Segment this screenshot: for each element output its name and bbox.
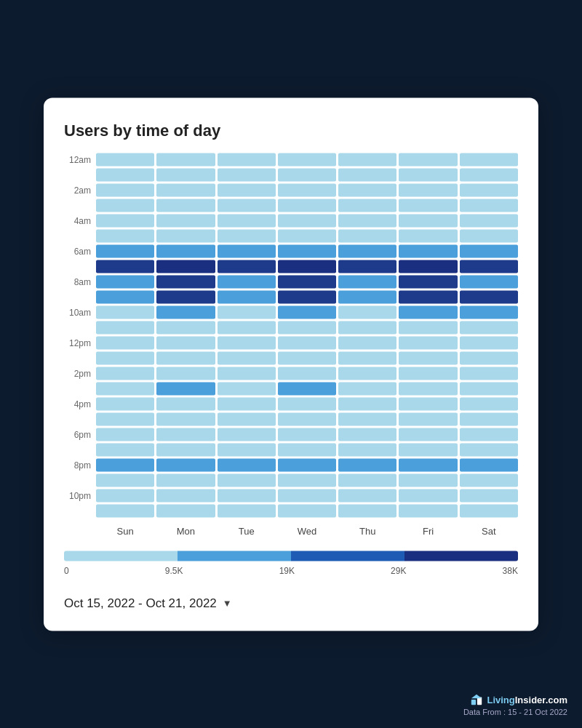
heatmap-cell [278, 412, 336, 425]
heatmap-cell [278, 443, 336, 456]
heatmap-cell [278, 504, 336, 517]
heatmap-cell [338, 504, 396, 517]
heatmap-cell [460, 260, 518, 273]
heatmap-cell [218, 458, 276, 471]
heatmap-cell [278, 168, 336, 181]
heatmap-cell [96, 229, 154, 242]
chart-row [64, 321, 518, 334]
heatmap-cell [460, 397, 518, 410]
heatmap-cell [156, 214, 215, 227]
heatmap-cell [399, 183, 457, 196]
heatmap-cell [338, 412, 396, 425]
chart-row [64, 260, 518, 273]
legend-tick-label: 19K [279, 565, 295, 575]
chart-row: 10pm [64, 489, 518, 502]
row-cells [96, 351, 518, 364]
heatmap-cell [399, 336, 457, 349]
y-axis-label: 12pm [64, 337, 96, 348]
chart-row [64, 382, 518, 395]
footer-data-label: Data From : 15 - 21 Oct 2022 [463, 708, 567, 716]
heatmap-cell [399, 428, 457, 441]
row-cells [96, 443, 518, 456]
heatmap-cell [460, 367, 518, 380]
heatmap-cell [278, 397, 336, 410]
row-cells [96, 199, 518, 212]
heatmap-cell [218, 367, 276, 380]
heatmap-cell [96, 153, 154, 166]
heatmap-cell [460, 214, 518, 227]
heatmap-cell [399, 397, 457, 410]
row-cells [96, 244, 518, 257]
heatmap-cell [278, 321, 336, 334]
x-axis-label: Sat [460, 525, 518, 536]
heatmap-cell [338, 168, 396, 181]
heatmap-cell [399, 153, 457, 166]
chart-row [64, 351, 518, 364]
x-axis-label: Fri [399, 525, 457, 536]
legend-tick-label: 9.5K [165, 565, 183, 575]
heatmap-cell [460, 458, 518, 471]
heatmap-cell [218, 214, 276, 227]
svg-rect-0 [471, 700, 476, 705]
legend: 09.5K19K29K38K [64, 551, 518, 575]
x-axis: SunMonTueWedThuFriSat [64, 525, 518, 536]
heatmap-cell [96, 244, 154, 257]
x-axis-label: Mon [156, 525, 215, 536]
heatmap-cell [278, 336, 336, 349]
date-range-selector[interactable]: Oct 15, 2022 - Oct 21, 2022 ▼ [64, 596, 518, 610]
heatmap-cell [399, 275, 457, 288]
heatmap-cell [460, 351, 518, 364]
heatmap-cell [96, 382, 154, 395]
row-cells [96, 412, 518, 425]
heatmap-cell [96, 412, 154, 425]
chart-row [64, 229, 518, 242]
chart-row: 6am [64, 244, 518, 257]
chart-row [64, 199, 518, 212]
heatmap-cell [156, 244, 215, 257]
heatmap-cell [156, 367, 215, 380]
heatmap-cell [156, 305, 215, 319]
row-cells [96, 260, 518, 273]
heatmap-cell [338, 489, 396, 502]
heatmap-cell [460, 321, 518, 334]
chart-row: 4pm [64, 397, 518, 410]
chart-row [64, 504, 518, 517]
heatmap-cell [156, 504, 215, 517]
heatmap-cell [278, 229, 336, 242]
heatmap-cell [278, 489, 336, 502]
legend-tick-label: 29K [391, 565, 406, 575]
row-cells [96, 275, 518, 288]
heatmap-cell [278, 382, 336, 395]
chart-body: 12am2am4am6am8am10am12pm2pm4pm6pm8pm10pm [64, 153, 518, 519]
row-cells [96, 229, 518, 242]
row-cells [96, 290, 518, 303]
heatmap-cell [96, 428, 154, 441]
y-axis-label: 6pm [64, 429, 96, 439]
heatmap-cell [278, 214, 336, 227]
x-axis-label: Thu [338, 525, 396, 536]
heatmap-cell [156, 321, 215, 334]
heatmap-cell [399, 412, 457, 425]
chart-title: Users by time of day [64, 121, 518, 140]
heatmap-cell [156, 183, 215, 196]
chart-row [64, 412, 518, 425]
row-cells [96, 367, 518, 380]
heatmap-cell [156, 351, 215, 364]
heatmap-cell [338, 336, 396, 349]
heatmap-cell [399, 229, 457, 242]
dropdown-arrow-icon: ▼ [223, 598, 232, 609]
row-cells [96, 321, 518, 334]
chart-row [64, 473, 518, 487]
y-axis-label: 10am [64, 307, 96, 317]
heatmap-cell [156, 443, 215, 456]
heatmap-cell [338, 229, 396, 242]
heatmap-cell [156, 275, 215, 288]
heatmap-cell [338, 290, 396, 303]
heatmap-cell [96, 489, 154, 502]
heatmap-cell [278, 458, 336, 471]
chart-row: 10am [64, 305, 518, 319]
legend-tick-label: 0 [64, 565, 69, 575]
chart-row: 4am [64, 214, 518, 227]
heatmap-cell [156, 489, 215, 502]
svg-marker-2 [471, 695, 482, 698]
